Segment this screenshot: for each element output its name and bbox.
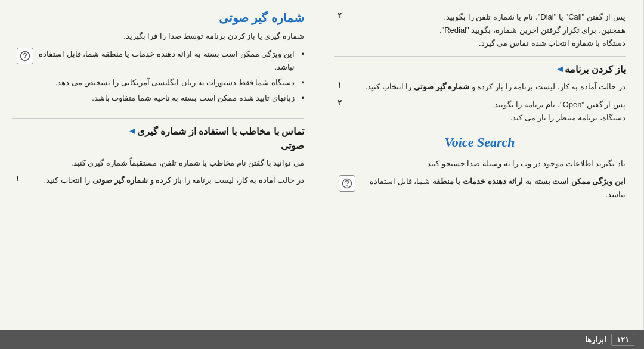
right-intro: شماره گیری یا باز کردن برنامه توسط صدا ر… — [12, 30, 304, 43]
tamas-item-1-text: در حالت آماده به کار، لیست برنامه را باز… — [20, 174, 304, 187]
note-box: این ویژگی ممکن است بسته به ارائه دهنده خ… — [334, 175, 626, 201]
tamas-arrow-icon: ◄ — [128, 126, 137, 136]
tamas-item-1: در حالت آماده به کار، لیست برنامه را باز… — [12, 174, 304, 187]
left-top-text: پس از گفتن "Call" یا "Dial"، نام یا شمار… — [342, 11, 626, 50]
right-note-icon — [17, 48, 33, 64]
baz-item-1: در حالت آماده به کار، لیست برنامه را باز… — [334, 80, 626, 94]
baz-kardan-title: باز کردن برنامه — [565, 63, 626, 77]
tamas-header: تماس با مخاطب با استفاده از شماره گیری ص… — [12, 124, 304, 153]
bullet-1: این ویژگی ممکن است بسته به ارائه دهنده خ… — [33, 48, 304, 74]
section-divider — [334, 56, 626, 57]
tamas-intro: می توانید با گفتن نام مخاطب یا شماره تلف… — [12, 157, 304, 170]
right-note-box: این ویژگی ممکن است بسته به ارائه دهنده خ… — [12, 48, 304, 112]
bullet-2: دستگاه شما فقط دستورات به زبان انگلیسی آ… — [33, 76, 304, 89]
note-text: این ویژگی ممکن است بسته به ارائه دهنده خ… — [355, 175, 626, 201]
tamas-title: تماس با مخاطب با استفاده از شماره گیری — [137, 126, 304, 136]
note-icon — [339, 175, 355, 192]
tamas-item-1-num: ۱ — [16, 174, 20, 183]
baz-item-1-num: ۱ — [338, 80, 342, 89]
bullet-3: زبانهای تایید شده ممکن است بسته به ناحیه… — [33, 92, 304, 105]
right-divider — [12, 118, 304, 119]
item-number: ۲ — [338, 11, 342, 20]
baz-item-2-num: ۲ — [338, 98, 342, 107]
footer: ١٢١ ابزارها — [0, 330, 644, 349]
tamas-subtitle: صوتی — [281, 141, 304, 151]
page-number: ١٢١ — [611, 334, 634, 346]
voice-search-title: Voice Search — [334, 135, 626, 150]
left-top-item: پس از گفتن "Call" یا "Dial"، نام یا شمار… — [334, 11, 626, 50]
footer-label: ابزارها — [585, 335, 606, 344]
left-column: پس از گفتن "Call" یا "Dial"، نام یا شمار… — [322, 0, 644, 330]
arrow-icon: ◄ — [555, 64, 565, 74]
voice-desc: یاد بگیرید اطلاعات موجود در وب را به وسی… — [334, 157, 626, 170]
baz-item-1-text: در حالت آماده به کار، لیست برنامه را باز… — [342, 80, 626, 94]
page-container: پس از گفتن "Call" یا "Dial"، نام یا شمار… — [0, 0, 644, 330]
right-title: شماره گیر صوتی — [12, 11, 304, 25]
baz-item-2-text: پس از گفتن "Open"، نام برنامه را بگویید.… — [342, 98, 626, 124]
baz-kardan-header: باز کردن برنامه ◄ — [334, 63, 626, 77]
baz-item-2: پس از گفتن "Open"، نام برنامه را بگویید.… — [334, 98, 626, 124]
right-column: شماره گیر صوتی شماره گیری یا باز کردن بر… — [0, 0, 322, 330]
bullet-list: این ویژگی ممکن است بسته به ارائه دهنده خ… — [33, 48, 304, 107]
